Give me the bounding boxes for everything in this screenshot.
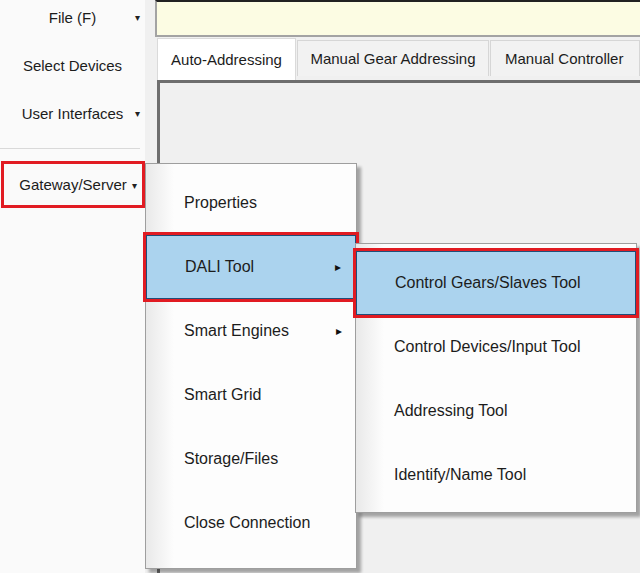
menu-item-label: Identify/Name Tool [394,466,526,484]
menu-item-label: Control Gears/Slaves Tool [395,274,581,292]
menu-item-label: DALI Tool [185,258,254,276]
menu-item-identify-name-tool[interactable]: Identify/Name Tool [356,443,636,507]
menu-item-control-gears-slaves-tool[interactable]: Control Gears/Slaves Tool [356,251,636,315]
menu-item-storage-files[interactable]: Storage/Files [146,427,356,491]
dali-tool-submenu: Control Gears/Slaves Tool Control Device… [355,243,637,513]
chevron-down-icon: ▾ [135,108,140,119]
tab-label: Manual Gear Addressing [310,50,475,67]
menu-item-label: Storage/Files [184,450,278,468]
annotation-box-gateway-server: Gateway/Server ▾ [1,161,145,208]
menu-item-label: Smart Engines [184,322,289,340]
chevron-down-icon: ▾ [135,12,140,23]
menu-item-label: Smart Grid [184,386,261,404]
sidebar-item-select-devices[interactable]: Select Devices [0,48,145,82]
tab-manual-controller[interactable]: Manual Controller [490,40,640,76]
menu-item-control-devices-input-tool[interactable]: Control Devices/Input Tool [356,315,636,379]
tab-manual-gear-addressing[interactable]: Manual Gear Addressing [297,40,489,76]
submenu-arrow-icon: ▸ [335,260,355,274]
sidebar-item-user-interfaces[interactable]: User Interfaces ▾ [0,96,145,130]
sidebar-item-label: File (F) [49,9,97,26]
app-window: File (F) ▾ Select Devices User Interface… [0,0,640,573]
menu-item-properties[interactable]: Properties [146,171,356,235]
tab-label: Auto-Addressing [171,51,282,68]
menu-item-label: Close Connection [184,514,310,532]
sidebar-divider [0,148,140,149]
gateway-server-menu: Properties DALI Tool ▸ Smart Engines ▸ S… [145,163,357,569]
chevron-down-icon: ▾ [132,179,137,190]
sidebar-item-gateway-server[interactable]: Gateway/Server ▾ [4,164,142,205]
submenu-arrow-icon: ▸ [336,324,356,338]
menu-item-dali-tool[interactable]: DALI Tool ▸ [146,235,356,299]
menu-item-smart-grid[interactable]: Smart Grid [146,363,356,427]
menu-item-addressing-tool[interactable]: Addressing Tool [356,379,636,443]
menu-item-smart-engines[interactable]: Smart Engines ▸ [146,299,356,363]
menu-item-label: Properties [184,194,257,212]
sidebar: File (F) ▾ Select Devices User Interface… [0,0,145,573]
command-bar-input[interactable] [155,0,640,37]
sidebar-item-label: Select Devices [23,57,122,74]
menu-item-label: Control Devices/Input Tool [394,338,580,356]
menu-item-close-connection[interactable]: Close Connection [146,491,356,555]
sidebar-item-file[interactable]: File (F) ▾ [0,0,145,34]
sidebar-item-label: Gateway/Server [19,176,127,193]
tab-label: Manual Controller [505,50,623,67]
menu-item-label: Addressing Tool [394,402,508,420]
tab-strip: Auto-Addressing Manual Gear Addressing M… [157,38,640,80]
tab-auto-addressing[interactable]: Auto-Addressing [157,38,296,80]
sidebar-item-label: User Interfaces [22,105,124,122]
